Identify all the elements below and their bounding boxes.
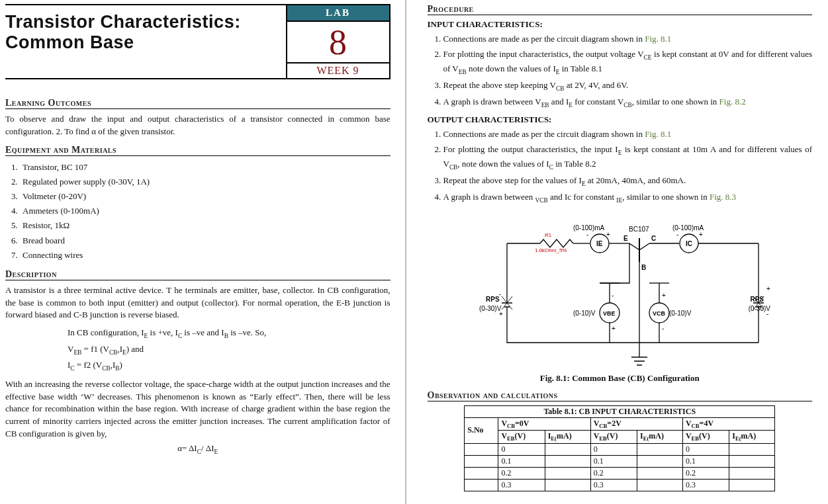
cell: 0 bbox=[590, 443, 637, 455]
svg-text:+: + bbox=[499, 310, 503, 317]
t: ,I bbox=[117, 344, 122, 354]
sub-0: VEB(V) bbox=[682, 431, 729, 443]
cell bbox=[465, 455, 498, 467]
procedure-head: Procedure bbox=[428, 4, 813, 15]
list-item: Connections are made as per the circuit … bbox=[443, 128, 813, 141]
cell bbox=[637, 467, 682, 479]
sub-0: VEB(V) bbox=[498, 431, 545, 443]
svg-text:+: + bbox=[766, 285, 770, 292]
svg-text:VBE: VBE bbox=[603, 310, 616, 317]
lab-title-box: Transistor Characteristics: Common Base bbox=[5, 4, 287, 79]
list-item: A graph is drawn between VCB and Ic for … bbox=[443, 190, 813, 205]
equipment-head: Equipment and Materials bbox=[5, 145, 391, 156]
description-p2: With an increasing the reverse collector… bbox=[5, 378, 391, 441]
svg-text:C: C bbox=[651, 235, 656, 242]
input-characteristics-head: INPUT CHARACTERISTICS: bbox=[428, 19, 813, 30]
figure-caption: Fig. 8.1: Common Base (CB) Configuration bbox=[428, 373, 813, 384]
table-row: Table 8.1: CB INPUT CHARACTERISTICS bbox=[465, 406, 775, 418]
list-item: Regulated power supply (0-30V, 1A) bbox=[20, 175, 391, 189]
svg-text:BC107: BC107 bbox=[629, 226, 649, 233]
svg-text:+: + bbox=[662, 292, 666, 299]
cell: 0.3 bbox=[498, 479, 545, 491]
lab-title: Transistor Characteristics: Common Base bbox=[5, 12, 287, 53]
lab-header: Transistor Characteristics: Common Base … bbox=[5, 4, 391, 79]
list-item: Bread board bbox=[20, 233, 391, 248]
table-row: 0.2 0.2 0.2 bbox=[465, 467, 775, 479]
list-item: Repeat the above step keeping VCB at 2V,… bbox=[443, 79, 813, 93]
svg-text:(0-10)V: (0-10)V bbox=[669, 310, 692, 317]
lab-title-line2: Common Base bbox=[5, 32, 134, 52]
svg-text:1.0kOhm_5%: 1.0kOhm_5% bbox=[535, 247, 567, 253]
page-right: Procedure INPUT CHARACTERISTICS: Connect… bbox=[425, 0, 829, 504]
output-characteristics-head: OUTPUT CHARACTERISTICS: bbox=[428, 114, 813, 125]
list-item: Voltmeter (0-20V) bbox=[20, 189, 391, 204]
description-p1: A transistor is a three terminal active … bbox=[5, 284, 391, 322]
sub-1: IE(mA) bbox=[637, 431, 682, 443]
sub-1: IE(mA) bbox=[545, 431, 590, 443]
cell bbox=[545, 467, 590, 479]
lab-badge: LAB 8 WEEK 9 bbox=[286, 4, 391, 79]
desc-line2: VEB = f1 (VCB,IE) and bbox=[68, 342, 391, 358]
fig-ref: Fig. 8.1 bbox=[645, 34, 671, 44]
t: In CB configuration, I bbox=[68, 327, 144, 337]
t: is –ve. So, bbox=[228, 327, 266, 337]
cell bbox=[729, 455, 775, 467]
cell bbox=[729, 467, 775, 479]
svg-text:IE: IE bbox=[596, 240, 603, 247]
t: is +ve, I bbox=[148, 327, 178, 337]
t: Connections are made as per the circuit … bbox=[443, 129, 645, 139]
svg-text:(0-30)V: (0-30)V bbox=[479, 305, 502, 312]
page-left: Transistor Characteristics: Common Base … bbox=[0, 0, 406, 504]
fig-ref: Fig. 8.3 bbox=[710, 192, 736, 202]
list-item: Resistor, 1kΩ bbox=[20, 218, 391, 233]
cell: 0 bbox=[498, 443, 545, 455]
fig-ref: Fig. 8.2 bbox=[719, 97, 746, 106]
svg-text:-: - bbox=[662, 325, 664, 332]
lab-badge-week: WEEK 9 bbox=[287, 62, 389, 78]
col-sno: S.No bbox=[465, 418, 498, 444]
cell: 0 bbox=[682, 443, 729, 455]
output-steps: Connections are made as per the circuit … bbox=[443, 128, 813, 206]
table-8-1: Table 8.1: CB INPUT CHARACTERISTICS S.No… bbox=[464, 405, 775, 491]
group-0: VCB=0V bbox=[498, 418, 590, 431]
cell: 0.3 bbox=[682, 479, 729, 491]
t: = f1 (V bbox=[81, 344, 109, 354]
list-item: Connecting wires bbox=[20, 248, 391, 263]
description-formulas: In CB configuration, IE is +ve, IC is –v… bbox=[68, 325, 391, 374]
group-2: VCB=4V bbox=[682, 418, 774, 431]
svg-text:-: - bbox=[676, 231, 678, 238]
list-item: For plotting the output characteristics,… bbox=[443, 143, 813, 172]
circuit-diagram: (0-100)mA BC107 (0-100)mA R1 1.0kOhm_5% … bbox=[467, 217, 772, 369]
lab-title-line1: Transistor Characteristics: bbox=[5, 12, 241, 32]
cell: 0.2 bbox=[498, 467, 545, 479]
fig-ref: Fig. 8.1 bbox=[645, 129, 671, 139]
cell bbox=[465, 443, 498, 455]
cell bbox=[545, 479, 590, 491]
cell bbox=[545, 455, 590, 467]
svg-text:IC: IC bbox=[686, 240, 692, 247]
cell: 0.1 bbox=[682, 455, 729, 467]
cell: 0.2 bbox=[590, 467, 637, 479]
svg-text:-: - bbox=[586, 231, 588, 238]
cell: 0.3 bbox=[590, 479, 637, 491]
svg-text:-: - bbox=[612, 292, 614, 299]
table-row: VEB(V) IE(mA) VEB(V) IE(mA) VEB(V) IE(mA… bbox=[465, 431, 775, 443]
t: α= ΔI bbox=[177, 443, 197, 453]
svg-text:R1: R1 bbox=[545, 232, 552, 238]
svg-text:+: + bbox=[699, 231, 703, 238]
t: = f2 (V bbox=[75, 360, 103, 370]
t: is –ve and I bbox=[182, 327, 224, 337]
cell: 0.1 bbox=[590, 455, 637, 467]
desc-line1: In CB configuration, IE is +ve, IC is –v… bbox=[68, 325, 391, 342]
cell bbox=[637, 455, 682, 467]
svg-text:VCB: VCB bbox=[653, 310, 666, 317]
list-item: Transistor, BC 107 bbox=[20, 160, 391, 175]
input-steps: Connections are made as per the circuit … bbox=[443, 32, 813, 110]
svg-text:RPS: RPS bbox=[486, 296, 500, 303]
learning-outcomes-text: To observe and draw the input and output… bbox=[5, 113, 391, 138]
svg-text:-: - bbox=[766, 310, 768, 317]
cell bbox=[465, 467, 498, 479]
svg-text:(0-10)V: (0-10)V bbox=[573, 310, 596, 317]
sub-1: IE(mA) bbox=[729, 431, 775, 443]
description-head: Description bbox=[5, 269, 391, 280]
